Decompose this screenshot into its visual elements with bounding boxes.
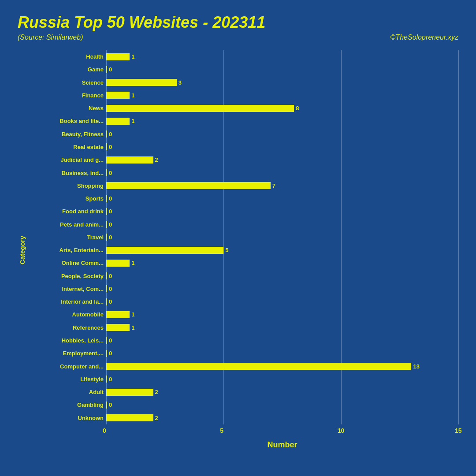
bar-row: 2 [106,155,458,165]
chart-area: Category HealthGameScienceFinanceNewsBoo… [18,50,458,450]
bar-value-label: 0 [109,144,112,150]
copyright-label: ©TheSolopreneur.xyz [390,33,458,41]
bar-value-label: 1 [131,260,134,266]
bar-value-label: 1 [131,324,134,331]
bar-row: 0 [106,271,458,281]
bar-value-label: 0 [109,131,112,138]
bar-row: 0 [106,207,458,216]
bar [106,169,107,176]
bar-row: 13 [106,361,458,371]
bar-value-label: 2 [155,389,158,395]
bar-row: 5 [106,245,458,255]
bar [106,402,107,409]
bar-row: 1 [106,323,458,332]
bar-row: 0 [106,374,458,384]
category-label: Pets and anim... [29,222,104,227]
bar [106,247,223,254]
bar-value-label: 1 [131,118,134,124]
category-label: Game [29,67,104,72]
bar [106,130,107,138]
category-label: News [29,105,104,111]
bar-value-label: 0 [109,273,112,279]
category-label: References [29,325,104,331]
bar [106,324,130,331]
bar-row: 1 [106,258,458,268]
bar [106,350,107,357]
category-label: Automobile [29,312,104,317]
bar-row: 0 [106,65,458,74]
bar [106,221,107,228]
bar [106,272,107,279]
y-axis-label: Category [19,235,26,264]
x-axis-labels: 051015 [106,427,458,436]
category-label: Science [29,80,104,86]
category-label: Adult [29,389,104,395]
bar [106,337,107,344]
category-label: Gambling [29,402,104,408]
y-axis-label-container: Category [18,50,27,450]
bar-value-label: 2 [155,156,158,163]
bar-value-label: 3 [178,79,182,86]
bars-and-axes: HealthGameScienceFinanceNewsBooks and li… [29,50,458,424]
bar-row: 0 [106,194,458,204]
bar-row: 0 [106,349,458,358]
category-label: Finance [29,93,104,98]
bar-row: 0 [106,400,458,410]
category-label: Interior and la... [29,299,104,305]
category-label: Computer and... [29,364,104,369]
category-label: Food and drink [29,208,104,214]
bar-row: 3 [106,78,458,87]
category-label: Travel [29,234,104,240]
bar [106,66,107,73]
bar-value-label: 0 [109,350,112,357]
category-label: Unknown [29,415,104,421]
bar-row: 0 [106,129,458,139]
bar-value-label: 0 [109,402,112,408]
category-labels: HealthGameScienceFinanceNewsBooks and li… [29,50,106,424]
category-label: Sports [29,196,104,201]
category-label: Beauty, Fitness [29,131,104,137]
bar-row: 2 [106,413,458,423]
bar-value-label: 0 [109,286,112,292]
bar-value-label: 0 [109,298,112,305]
category-label: Shopping [29,183,104,189]
category-label: People, Society [29,273,104,279]
bar [106,92,130,99]
bar [106,414,153,421]
bar-row: 0 [106,168,458,178]
category-label: Books and lite... [29,118,104,124]
bar-value-label: 0 [109,208,112,215]
bar-value-label: 0 [109,66,112,73]
bar-value-label: 0 [109,195,112,202]
bar [106,79,177,86]
x-axis-value-label: 0 [103,427,106,434]
bar-value-label: 0 [109,376,112,383]
bar-value-label: 7 [272,182,275,189]
bar [106,143,107,150]
bar [106,182,271,189]
x-axis-value-label: 5 [220,427,223,434]
bar [106,376,107,383]
category-label: Hobbies, Leis... [29,338,104,343]
chart-content: HealthGameScienceFinanceNewsBooks and li… [29,50,458,450]
main-container: Russia Top 50 Websites - 202311 (Source:… [0,0,476,476]
bar-row: 1 [106,52,458,62]
title: Russia Top 50 Websites - 202311 [18,13,458,32]
bar [106,118,130,125]
grid-line [458,50,459,424]
bar [106,285,107,292]
subtitle-row: (Source: Similarweb) ©TheSolopreneur.xyz [18,33,458,41]
category-label: Arts, Entertain... [29,247,104,253]
bar-row: 8 [106,104,458,113]
bar-row: 0 [106,142,458,152]
bar-value-label: 8 [296,105,299,112]
bar-row: 0 [106,232,458,242]
bar-value-label: 1 [131,311,134,318]
category-label: Judicial and g... [29,157,104,163]
bars-area: 103181002070000510001100130202 [106,50,458,424]
bar-row: 2 [106,387,458,397]
bar-value-label: 0 [109,170,112,176]
bar-row: 1 [106,90,458,100]
bar [106,389,153,396]
bar [106,311,130,318]
